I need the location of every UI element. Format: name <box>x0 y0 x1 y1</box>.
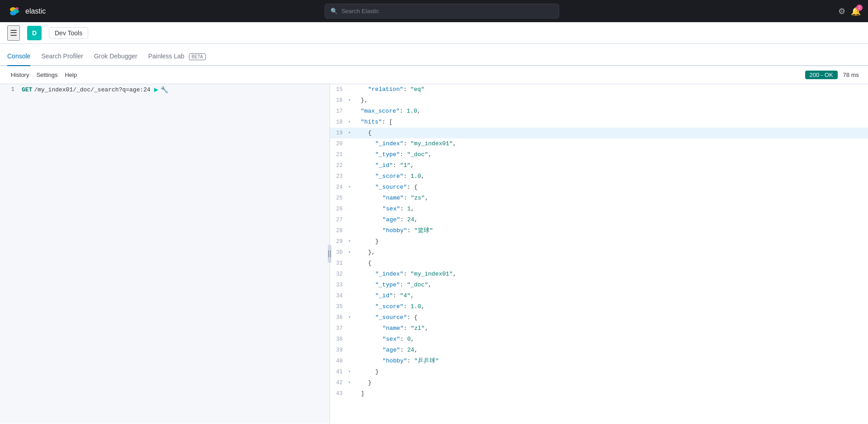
code-content: "hobby": "乒乒球" <box>354 356 439 366</box>
code-content: "_index": "my_index01", <box>354 269 456 279</box>
wrench-icon[interactable]: 🔧 <box>160 86 168 94</box>
output-line: 16▾}, <box>330 95 868 106</box>
code-content: "name": "zl", <box>354 324 428 333</box>
code-content: { <box>354 128 372 138</box>
output-line-number: 32 <box>330 269 348 279</box>
output-line-number: 41 <box>330 367 348 377</box>
tab-painless-lab[interactable]: Painless Lab BETA <box>148 47 206 66</box>
code-content: }, <box>354 248 375 257</box>
request-url: /my_index01/_doc/_search?q=age:24 <box>34 86 150 93</box>
output-line: 38"sex": 0, <box>330 334 868 345</box>
tab-console[interactable]: Console <box>7 47 30 66</box>
tab-grok-debugger[interactable]: Grok Debugger <box>94 47 137 66</box>
code-content: "_type": "_doc", <box>354 150 432 160</box>
output-line-number: 21 <box>330 150 348 160</box>
output-line: 15"relation": "eq" <box>330 84 868 95</box>
output-line: 24▾"_source": { <box>330 182 868 193</box>
code-content: ] <box>354 389 364 399</box>
dev-tools-breadcrumb[interactable]: Dev Tools <box>49 27 88 39</box>
status-badge: 200 - OK <box>805 71 838 79</box>
output-line-number: 28 <box>330 226 348 236</box>
fold-indicator[interactable]: ▾ <box>348 117 354 127</box>
hamburger-button[interactable]: ☰ <box>7 25 20 41</box>
output-line: 17"max_score": 1.0, <box>330 106 868 117</box>
output-line-number: 25 <box>330 193 348 203</box>
search-icon: 🔍 <box>330 8 338 14</box>
code-content: "max_score": 1.0, <box>354 106 421 116</box>
output-line: 35"_score": 1.0, <box>330 301 868 312</box>
fold-indicator[interactable]: ▾ <box>348 237 354 247</box>
tab-navigation: Console Search Profiler Grok Debugger Pa… <box>0 44 868 66</box>
help-button[interactable]: Help <box>61 70 80 80</box>
output-line-number: 43 <box>330 389 348 399</box>
output-line: 37"name": "zl", <box>330 323 868 334</box>
top-navigation: elastic 🔍 Search Elastic ⚙ 🔔 2 <box>0 0 868 22</box>
code-content: "_score": 1.0, <box>354 172 425 181</box>
fold-indicator[interactable]: ▾ <box>348 95 354 105</box>
run-button[interactable]: ▶ <box>154 85 159 94</box>
output-line-number: 36 <box>330 313 348 323</box>
output-line: 39"age": 24, <box>330 345 868 356</box>
output-line: 26"sex": 1, <box>330 204 868 214</box>
output-line-number: 19 <box>330 128 348 138</box>
code-content: "sex": 1, <box>354 204 414 214</box>
output-line: 31{ <box>330 258 868 269</box>
code-content: "_source": { <box>354 313 418 323</box>
output-line: 34"_id": "4", <box>330 291 868 301</box>
fold-indicator[interactable]: ▾ <box>348 128 354 138</box>
code-content: { <box>354 258 372 268</box>
code-content: "_id": "1", <box>354 161 414 171</box>
panel-resize-handle[interactable] <box>328 245 331 263</box>
code-content: "sex": 0, <box>354 334 414 344</box>
line-number-1: 1 <box>4 86 14 93</box>
fold-indicator[interactable]: ▾ <box>348 248 354 257</box>
output-line-number: 31 <box>330 258 348 268</box>
output-line: 18▾"hits": [ <box>330 117 868 128</box>
output-line: 23"_score": 1.0, <box>330 171 868 182</box>
output-line: 22"_id": "1", <box>330 160 868 171</box>
notifications-icon[interactable]: 🔔 2 <box>851 6 861 16</box>
output-line: 30▾}, <box>330 247 868 258</box>
output-panel[interactable]: 15"relation": "eq"16▾},17"max_score": 1.… <box>330 84 868 424</box>
code-content: } <box>354 237 379 247</box>
output-line-number: 26 <box>330 204 348 214</box>
output-line-number: 37 <box>330 324 348 333</box>
output-content: 15"relation": "eq"16▾},17"max_score": 1.… <box>330 84 868 399</box>
output-line-number: 29 <box>330 237 348 247</box>
output-line: 40"hobby": "乒乒球" <box>330 356 868 367</box>
code-content: "name": "zs", <box>354 193 428 203</box>
editor-toolbar: History Settings Help 200 - OK 78 ms <box>0 66 868 84</box>
time-badge: 78 ms <box>841 71 861 79</box>
output-line-number: 15 <box>330 85 348 95</box>
output-line: 33"_type": "_doc", <box>330 280 868 291</box>
output-line: 21"_type": "_doc", <box>330 149 868 160</box>
output-line: 29▾} <box>330 236 868 247</box>
fold-indicator[interactable]: ▾ <box>348 313 354 323</box>
fold-indicator[interactable]: ▾ <box>348 182 354 192</box>
output-line: 42▾} <box>330 377 868 388</box>
tab-search-profiler[interactable]: Search Profiler <box>41 47 83 66</box>
history-button[interactable]: History <box>7 70 33 80</box>
output-line: 20"_index": "my_index01", <box>330 138 868 149</box>
output-line: 28"hobby": "篮球" <box>330 225 868 236</box>
code-content: "age": 24, <box>354 215 418 225</box>
settings-button[interactable]: Settings <box>33 70 61 80</box>
output-line: 36▾"_source": { <box>330 312 868 323</box>
elastic-logo-text: elastic <box>25 7 46 15</box>
global-search-bar[interactable]: 🔍 Search Elastic <box>325 4 559 19</box>
elastic-logo[interactable]: elastic <box>7 4 46 19</box>
code-content: "hits": [ <box>354 117 392 127</box>
code-content: "relation": "eq" <box>354 85 425 95</box>
output-line-number: 42 <box>330 378 348 388</box>
output-line-number: 20 <box>330 139 348 149</box>
settings-icon[interactable]: ⚙ <box>838 6 845 16</box>
nav-right: ⚙ 🔔 2 <box>838 6 861 16</box>
svg-point-4 <box>16 7 19 10</box>
output-line-number: 34 <box>330 291 348 301</box>
editor-line-1[interactable]: 1 GET /my_index01/_doc/_search?q=age:24 … <box>0 84 330 95</box>
fold-indicator[interactable]: ▾ <box>348 367 354 377</box>
user-avatar[interactable]: D <box>27 26 42 40</box>
output-line: 27"age": 24, <box>330 214 868 225</box>
fold-indicator[interactable]: ▾ <box>348 378 354 388</box>
output-line-number: 23 <box>330 172 348 181</box>
